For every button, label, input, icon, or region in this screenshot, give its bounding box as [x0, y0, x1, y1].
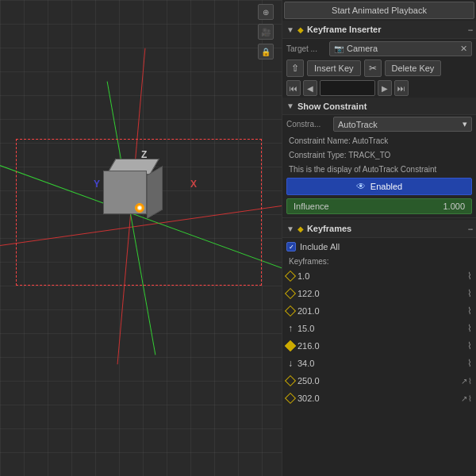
keyframe-icon-6	[285, 375, 296, 386]
keyframe-item-0: 1.0 ⌇	[282, 267, 476, 285]
camera-name: Camera	[347, 44, 378, 53]
viewport-icon-3[interactable]: 🔒	[258, 44, 274, 60]
influence-row: Influence 1.000	[282, 197, 476, 216]
keyframe-icon-0	[285, 271, 296, 282]
constraint-value: AutoTrack	[338, 120, 378, 129]
include-all-checkbox[interactable]: ✓	[286, 242, 296, 251]
keyframe-icon-4	[285, 340, 296, 351]
camera-icon: 📷	[334, 44, 344, 53]
influence-label: Influence	[294, 202, 329, 211]
keyframe-inserter-header: ▼ ◆ Keyframe Inserter ···	[282, 21, 476, 39]
show-constraint-title: Show Constraint	[298, 102, 472, 111]
influence-value: 1.000	[443, 202, 465, 211]
divider-1	[282, 217, 476, 218]
viewport-icon-1[interactable]: ⊕	[258, 4, 274, 20]
include-all-label: Include All	[300, 242, 340, 251]
next-frame-button[interactable]: ▶	[378, 80, 392, 96]
keyframe-value-3: 15.0	[298, 324, 464, 333]
keyframe-item-2: 201.0 ⌇	[282, 302, 476, 320]
keyframes-section-title: Keyframes	[307, 224, 464, 233]
keyframes-menu-dots[interactable]: ···	[467, 222, 472, 235]
constraint-dropdown[interactable]: AutoTrack ▾	[333, 117, 472, 132]
cube-side-face	[147, 166, 163, 219]
keyframe-value-1: 122.0	[298, 289, 464, 298]
keyframes-section-header: ▼ ◆ Keyframes ···	[282, 220, 476, 238]
keyframe-value-6: 250.0	[298, 376, 458, 386]
keyframes-collapse-arrow[interactable]: ▼	[286, 225, 294, 233]
prev-frame-button[interactable]: ◀	[303, 80, 317, 96]
camera-close-icon[interactable]: ✕	[460, 44, 467, 54]
keyframe-action-double-6[interactable]: ↗⌇	[461, 377, 472, 386]
target-row: Target ... 📷 Camera ✕	[282, 39, 476, 58]
keyframe-item-4: 216.0 ⌇	[282, 337, 476, 355]
keyframes-section-icon: ◆	[298, 225, 304, 233]
constraint-dropdown-row: Constra... AutoTrack ▾	[282, 115, 476, 133]
enabled-row: 👁 Enabled	[282, 176, 476, 197]
frame-navigation-row: ⏮ ◀ 216 ▶ ⏭	[282, 79, 476, 98]
frame-number-input[interactable]: 216	[320, 80, 375, 96]
jump-to-end-button[interactable]: ⏭	[394, 80, 409, 96]
keyframe-value-2: 201.0	[298, 306, 464, 316]
jump-to-start-button[interactable]: ⏮	[286, 80, 301, 96]
constraint-chevron-down-icon: ▾	[463, 119, 467, 129]
keyframe-value-7: 302.0	[298, 393, 458, 403]
delete-key-button[interactable]: Delete Key	[385, 60, 442, 76]
insert-delete-row: ⇧ Insert Key ✂ Delete Key	[282, 58, 476, 79]
keyframe-action-0[interactable]: ⌇	[467, 271, 472, 282]
delete-key-icon-btn[interactable]: ✂	[364, 60, 382, 77]
insert-key-button[interactable]: Insert Key	[307, 60, 361, 76]
right-panel: Start Animated Playback ▼ ◆ Keyframe Ins…	[282, 0, 476, 476]
keyframe-value-4: 216.0	[298, 341, 464, 351]
axis-z-label: Z	[141, 149, 147, 160]
eye-icon: 👁	[356, 181, 366, 192]
keyframe-icon-5: ↓	[286, 359, 294, 367]
keyframe-icon-7	[285, 393, 296, 404]
keyframe-item-1: 122.0 ⌇	[282, 285, 476, 302]
keyframe-item-7: 302.0 ↗⌇	[282, 390, 476, 407]
axis-x-label: X	[190, 178, 197, 190]
keyframe-item-3: ↑ 15.0 ⌇	[282, 320, 476, 337]
include-all-row: ✓ Include All	[282, 238, 476, 255]
target-label: Target ...	[286, 44, 326, 53]
keyframe-action-3[interactable]: ⌇	[467, 323, 472, 334]
keyframe-icon-3: ↑	[286, 324, 294, 332]
start-animated-playback-button[interactable]: Start Animated Playback	[284, 2, 474, 19]
constraint-display-info-text: This is the display of AutoTrack Constra…	[289, 165, 436, 174]
keyframe-icon-1	[285, 288, 296, 299]
keyframe-inserter-icon: ◆	[298, 25, 304, 34]
viewport-3d[interactable]: X Y Z ⊕ 🎥 🔒	[0, 0, 282, 476]
viewport-toolbar: ⊕ 🎥 🔒	[258, 4, 274, 60]
show-constraint-collapse-arrow[interactable]: ▼	[286, 102, 294, 110]
keyframe-value-0: 1.0	[298, 271, 464, 281]
insert-key-icon-btn[interactable]: ⇧	[286, 60, 304, 77]
constraint-type-text: Constraint Type: TRACK_TO	[289, 151, 390, 159]
keyframes-section: ▼ ◆ Keyframes ··· ✓ Include All Keyframe…	[282, 220, 476, 476]
keyframe-action-4[interactable]: ⌇	[467, 340, 472, 351]
axis-y-label: Y	[94, 178, 100, 190]
keyframe-item-5: ↓ 34.0 ⌇	[282, 355, 476, 372]
keyframe-value-5: 34.0	[298, 359, 464, 368]
enabled-button[interactable]: 👁 Enabled	[286, 178, 472, 195]
keyframe-inserter-menu-dots[interactable]: ···	[467, 23, 472, 36]
keyframe-icon-2	[285, 305, 296, 317]
constraint-name-row: Constraint Name: AutoTrack	[282, 133, 476, 148]
keyframe-inserter-title: Keyframe Inserter	[307, 25, 464, 34]
enabled-label: Enabled	[370, 182, 402, 191]
constraint-name-text: Constraint Name: AutoTrack	[289, 136, 388, 145]
constraint-display-info-row: This is the display of AutoTrack Constra…	[282, 162, 476, 176]
constraint-label: Constra...	[286, 120, 330, 129]
keyframe-item-6: 250.0 ↗⌇	[282, 372, 476, 390]
keyframe-inserter-collapse-arrow[interactable]: ▼	[286, 25, 294, 34]
keyframes-subheader: Keyframes:	[282, 255, 476, 267]
influence-bar[interactable]: Influence 1.000	[286, 198, 472, 214]
origin-point	[135, 203, 144, 213]
keyframe-action-double-7[interactable]: ↗⌇	[461, 394, 472, 403]
camera-selector[interactable]: 📷 Camera ✕	[329, 41, 472, 56]
keyframe-action-5[interactable]: ⌇	[467, 358, 472, 369]
keyframe-action-2[interactable]: ⌇	[467, 305, 472, 317]
cube-object	[103, 159, 159, 214]
viewport-icon-2[interactable]: 🎥	[258, 24, 274, 40]
keyframe-action-1[interactable]: ⌇	[467, 288, 472, 299]
show-constraint-header: ▼ Show Constraint	[282, 98, 476, 115]
cube-mesh	[103, 159, 159, 214]
